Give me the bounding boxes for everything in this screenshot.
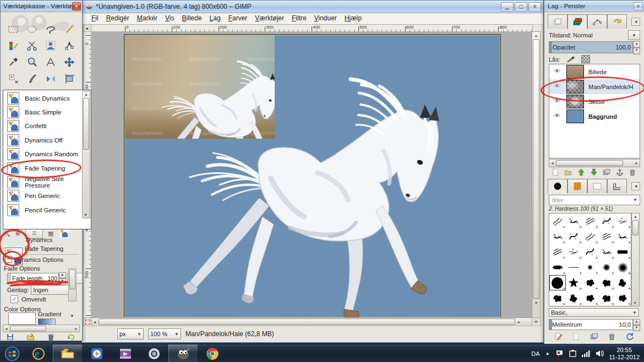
refresh-brushes-button[interactable] <box>624 331 636 341</box>
dock-close-button[interactable]: ✕ <box>634 2 643 10</box>
restore-options-button[interactable] <box>24 332 36 342</box>
menu-farver[interactable]: Farver <box>225 13 252 23</box>
brush-splat1[interactable] <box>582 275 598 290</box>
layer-visibility-eye[interactable] <box>552 68 562 76</box>
menu-billede[interactable]: Billede <box>178 13 206 23</box>
new-group-button[interactable] <box>563 167 574 177</box>
tab-pages[interactable] <box>548 14 567 29</box>
mode-select-button[interactable]: ▼ <box>628 30 640 40</box>
edit-brush-button[interactable] <box>552 331 564 341</box>
menu-vis[interactable]: Vis <box>161 13 178 23</box>
toolbox-titlebar[interactable]: Værktøjskasse - Værktøj... ✕ <box>1 1 82 12</box>
brush-s2[interactable] <box>549 229 566 244</box>
menu-filtre[interactable]: Filtre <box>288 13 310 23</box>
foreground-select[interactable] <box>43 39 58 52</box>
toolbox-hscrollbar[interactable]: ◄ ⋯ ► <box>3 325 80 332</box>
action-center-icon[interactable] <box>555 350 564 357</box>
menu-hjælp[interactable]: Hjælp <box>341 13 365 23</box>
spacing-slider[interactable]: Mellemrum 10,0 <box>549 319 633 330</box>
brush-splat2[interactable] <box>598 275 615 290</box>
tab-gradients[interactable] <box>587 179 607 193</box>
brush-s2[interactable] <box>614 229 631 244</box>
tab-history[interactable] <box>607 14 627 29</box>
opacity-spin-down[interactable]: ▼ <box>633 48 640 54</box>
tray-clock[interactable]: 20:55 11-12-2012 <box>609 347 640 361</box>
maximize-button[interactable]: ▢ <box>515 2 527 12</box>
menu-markér[interactable]: Markér <box>133 13 161 23</box>
network-signal-icon[interactable] <box>582 350 590 357</box>
navigation-button[interactable]: ✛ <box>532 317 541 326</box>
rect-select[interactable] <box>6 23 20 36</box>
trash-options-button[interactable] <box>45 332 57 342</box>
taskbar-start[interactable] <box>0 344 24 362</box>
opacity-slider[interactable]: Opacitet 100,0 <box>549 41 633 53</box>
tab-layers[interactable] <box>567 14 587 29</box>
taskbar-internet-explorer[interactable]: e <box>24 344 53 362</box>
tab-brushes[interactable] <box>548 179 567 193</box>
dock-tab-menu-button[interactable]: ◄ <box>631 18 640 26</box>
dynamics-item-pen-generic[interactable]: Pen Generic <box>4 189 81 203</box>
brush-ell[interactable] <box>549 260 566 275</box>
menu-værktøjer[interactable]: Værktøjer <box>251 13 288 23</box>
ellipse-select[interactable] <box>25 23 39 36</box>
dynamics-mini-icon[interactable] <box>59 229 68 238</box>
raise-layer-button[interactable] <box>576 167 587 177</box>
brush-splat1[interactable] <box>614 290 631 306</box>
reverse-checkbox[interactable]: ✓ <box>10 295 18 303</box>
brush-line[interactable] <box>566 260 582 275</box>
brush-s3[interactable] <box>598 229 615 244</box>
brush-soft2[interactable] <box>598 260 615 275</box>
free-select[interactable] <box>43 23 58 36</box>
new-layer-button[interactable] <box>550 167 561 177</box>
taskbar-windows-explorer[interactable] <box>53 344 83 362</box>
canvas-vscrollbar[interactable]: ▲ ⋮ ▼ <box>532 31 541 319</box>
quick-mask-button[interactable] <box>83 317 92 326</box>
dynamics-item-confetti[interactable]: Confetti <box>4 119 81 133</box>
dock-titlebar[interactable]: Lag - Pensler ✕ <box>544 1 644 12</box>
brush-s1[interactable] <box>582 229 598 244</box>
scissors-select[interactable] <box>25 39 39 52</box>
brush-s5[interactable] <box>614 213 631 229</box>
brush-tab-menu-button[interactable]: ◄ <box>631 182 640 190</box>
dynamics-item-basic-simple[interactable]: Basic Simple <box>4 105 81 119</box>
minimize-button[interactable]: ▁ <box>501 2 514 12</box>
brush-soft3[interactable] <box>614 260 631 275</box>
volume-icon[interactable] <box>596 350 604 357</box>
brush-splat2[interactable] <box>598 290 615 306</box>
canvas[interactable]: depositphotosdepositphotosdepositphotosd… <box>124 35 500 317</box>
lower-layer-button[interactable] <box>588 167 599 177</box>
anchor-layer-button[interactable] <box>614 167 625 177</box>
taskbar-media-circle[interactable] <box>140 344 168 362</box>
taskbar-chrome[interactable] <box>198 344 227 362</box>
dynamics-item-dynamics-off[interactable]: Dynamics Off <box>4 133 81 147</box>
gradient-dropdown-icon[interactable]: ▼ <box>70 314 74 319</box>
ink-tool[interactable] <box>25 72 39 85</box>
dynamics-value-entry[interactable]: Fade Tapering <box>25 244 79 255</box>
delete-layer-button[interactable] <box>627 167 638 177</box>
fuzzy-select[interactable] <box>62 23 77 36</box>
zoom-tool[interactable] <box>25 56 39 69</box>
brush-tag-select[interactable]: Basic,▼ <box>549 308 639 317</box>
menu-fil[interactable]: Fil <box>88 13 102 23</box>
brush-s4[interactable] <box>598 213 615 229</box>
close-button[interactable]: ✕ <box>528 2 541 12</box>
hidden-icons-arrow[interactable]: ▲ <box>545 351 550 356</box>
paths-tool[interactable] <box>62 39 77 52</box>
dynamics-item-basic-dynamics[interactable]: Basic Dynamics <box>4 91 81 105</box>
tray-language[interactable]: DA <box>531 350 539 357</box>
brush-s4[interactable] <box>582 244 598 260</box>
select-by-color[interactable] <box>6 39 20 52</box>
taskbar-gimp[interactable] <box>168 344 198 362</box>
brush-s5[interactable] <box>566 244 582 260</box>
lock-alpha-icon[interactable] <box>581 55 590 63</box>
canvas-hscrollbar[interactable]: ◄ ⋯ ► <box>91 317 533 326</box>
brush-splat3[interactable] <box>566 290 582 306</box>
lock-paint-icon[interactable] <box>566 56 576 63</box>
flip-tool[interactable] <box>43 72 58 85</box>
move-tool[interactable] <box>62 56 77 69</box>
brush-s2[interactable] <box>566 213 582 229</box>
tab-patterns[interactable] <box>567 179 587 193</box>
align-tool[interactable] <box>6 72 20 85</box>
brush-circle[interactable] <box>549 275 566 290</box>
tab-paths[interactable] <box>587 14 607 29</box>
